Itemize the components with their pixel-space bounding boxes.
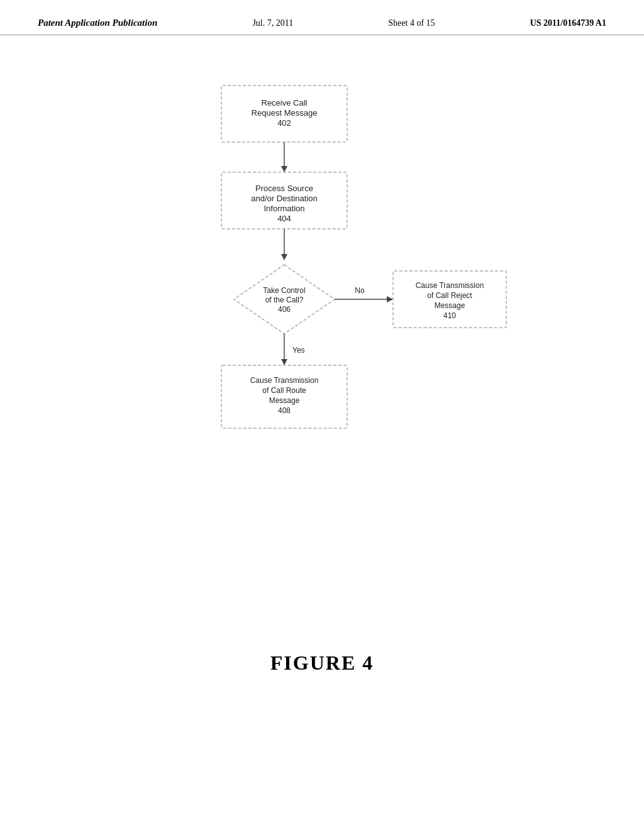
sheet-info: Sheet 4 of 15 [388, 18, 435, 28]
svg-text:Message: Message [435, 301, 465, 310]
arrowhead-no [387, 296, 393, 302]
svg-text:410: 410 [443, 311, 456, 320]
svg-text:408: 408 [278, 406, 291, 415]
svg-text:Information: Information [264, 204, 304, 213]
svg-text:406: 406 [278, 305, 291, 314]
box-402-text: Receive Call [262, 98, 308, 108]
box-404-text: Process Source [255, 184, 313, 193]
arrowhead-1 [281, 166, 287, 172]
svg-text:and/or Destination: and/or Destination [251, 194, 318, 203]
figure-label: FIGURE 4 [0, 651, 644, 675]
svg-text:of Call Route: of Call Route [262, 386, 306, 395]
diagram-area: Receive Call Request Message 402 Process… [0, 35, 644, 639]
arrowhead-2 [281, 254, 287, 260]
page-header: Patent Application Publication Jul. 7, 2… [0, 0, 644, 35]
box-410-text: Cause Transmission [416, 281, 484, 290]
svg-text:of the Call?: of the Call? [265, 296, 304, 304]
svg-text:402: 402 [277, 118, 291, 128]
publication-title: Patent Application Publication [38, 18, 157, 28]
no-label: No [355, 286, 365, 295]
patent-number: US 2011/0164739 A1 [530, 18, 606, 28]
svg-text:404: 404 [277, 214, 291, 223]
publication-date: Jul. 7, 2011 [252, 18, 293, 28]
arrowhead-yes [281, 359, 287, 365]
yes-label: Yes [292, 346, 305, 355]
svg-text:Request Message: Request Message [252, 108, 318, 118]
box-408-text: Cause Transmission [250, 376, 319, 385]
diamond-406-text: Take Control [263, 286, 305, 295]
svg-text:Message: Message [269, 396, 300, 405]
svg-text:of Call Reject: of Call Reject [427, 291, 472, 300]
flowchart-svg: Receive Call Request Message 402 Process… [102, 73, 542, 639]
